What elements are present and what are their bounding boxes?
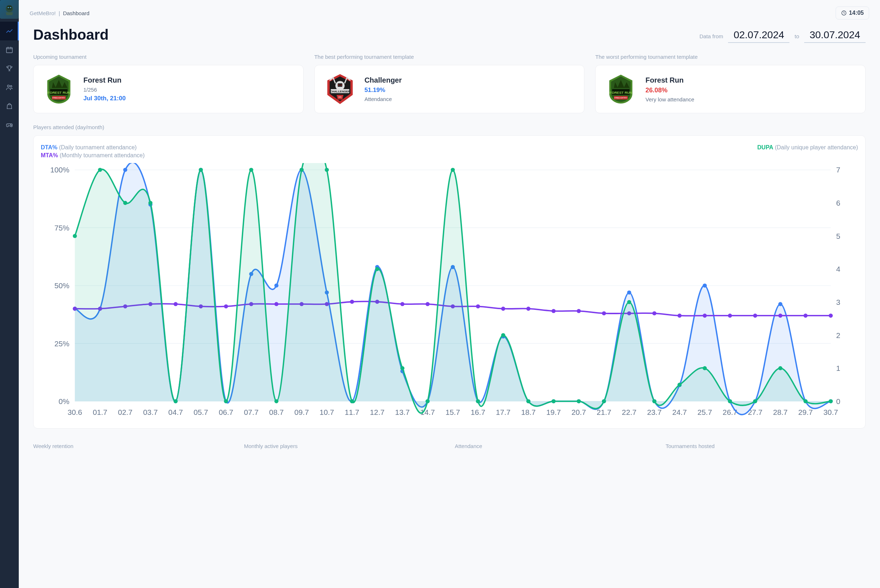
legend-dupa-desc: (Daily unique player attendance) — [775, 144, 858, 150]
svg-point-118 — [400, 302, 404, 306]
svg-text:6: 6 — [836, 199, 841, 207]
svg-text:20.7: 20.7 — [571, 408, 586, 416]
svg-text:25%: 25% — [54, 339, 70, 348]
calendar-icon — [5, 46, 14, 54]
svg-text:02.7: 02.7 — [118, 408, 132, 416]
svg-text:FOREST RUN: FOREST RUN — [610, 90, 632, 94]
svg-text:CHALLENGER: CHALLENGER — [330, 90, 350, 93]
topbar: GetMeBro! | Dashboard 14:05 — [19, 0, 880, 23]
svg-text:5: 5 — [836, 232, 841, 240]
svg-text:100%: 100% — [50, 166, 69, 174]
svg-point-124 — [551, 309, 556, 313]
svg-point-153 — [501, 333, 505, 337]
svg-text:24.7: 24.7 — [672, 408, 686, 416]
legend-mta-key: MTA% — [41, 152, 58, 158]
breadcrumb-app[interactable]: GetMeBro! — [30, 10, 56, 16]
svg-text:04.7: 04.7 — [168, 408, 183, 416]
date-to-label: to — [794, 33, 799, 39]
upcoming-title: Forest Run — [83, 76, 126, 84]
app-logo — [0, 0, 19, 19]
svg-text:08.7: 08.7 — [269, 408, 284, 416]
chart-section-label: Players attended (day/month) — [33, 124, 866, 130]
svg-point-152 — [476, 399, 480, 403]
sidebar-item-trophy[interactable] — [0, 59, 19, 78]
svg-point-154 — [526, 399, 530, 403]
worst-percent: 26.08% — [646, 87, 694, 94]
svg-text:21.7: 21.7 — [597, 408, 611, 416]
svg-point-140 — [174, 399, 177, 403]
svg-point-155 — [551, 399, 556, 403]
svg-point-161 — [703, 366, 707, 370]
svg-point-147 — [350, 399, 354, 403]
svg-point-159 — [652, 399, 656, 403]
svg-point-8 — [11, 125, 12, 126]
svg-text:28.7: 28.7 — [773, 408, 788, 416]
date-to-input[interactable] — [804, 29, 866, 43]
svg-text:1: 1 — [836, 364, 841, 372]
svg-text:09.7: 09.7 — [294, 408, 309, 416]
sidebar-item-dashboard[interactable] — [0, 22, 19, 40]
svg-point-130 — [703, 314, 707, 318]
upcoming-card[interactable]: FOREST RUNFREE ENTRY Forest Run 1/256 Ju… — [33, 65, 303, 113]
svg-point-125 — [577, 309, 581, 313]
date-range: Data from to — [700, 29, 866, 43]
svg-text:17.7: 17.7 — [496, 408, 511, 416]
upcoming-time: Jul 30th, 21:00 — [83, 95, 126, 102]
time-badge: 14:05 — [836, 6, 869, 20]
sidebar-item-shop[interactable] — [0, 97, 19, 116]
svg-text:2: 2 — [836, 331, 841, 339]
svg-text:30.7: 30.7 — [823, 408, 838, 416]
svg-text:16.7: 16.7 — [471, 408, 485, 416]
svg-point-135 — [829, 314, 833, 318]
svg-text:07.7: 07.7 — [244, 408, 258, 416]
forest-run-badge-icon: FOREST RUNFREE ENTRY — [604, 72, 638, 106]
svg-point-137 — [98, 168, 102, 172]
svg-point-128 — [652, 311, 656, 315]
best-title: Challenger — [365, 76, 402, 84]
svg-text:30.6: 30.6 — [68, 408, 82, 416]
svg-point-99 — [703, 284, 707, 288]
best-card[interactable]: CHALLENGERMID Challenger 51.19% Attendan… — [314, 65, 585, 113]
svg-point-131 — [728, 314, 732, 318]
svg-text:75%: 75% — [54, 224, 70, 232]
svg-point-126 — [602, 311, 606, 315]
svg-point-76 — [123, 168, 127, 172]
sidebar-item-games[interactable] — [0, 116, 19, 134]
date-from-label: Data from — [700, 33, 723, 39]
svg-point-111 — [224, 304, 228, 308]
svg-point-5 — [8, 85, 10, 87]
svg-point-141 — [199, 168, 203, 172]
svg-text:22.7: 22.7 — [622, 408, 636, 416]
date-from-input[interactable] — [728, 29, 789, 43]
worst-sub: Very low attendance — [646, 96, 694, 102]
legend-mta-desc: (Monthly tournament attendance) — [60, 152, 145, 158]
breadcrumb-current: Dashboard — [63, 10, 89, 16]
svg-point-3 — [10, 7, 11, 8]
gamepad-icon — [5, 121, 14, 129]
best-percent: 51.19% — [365, 87, 402, 94]
svg-point-148 — [375, 267, 379, 271]
shopping-bag-icon — [5, 102, 14, 110]
stat-monthly-active: Monthly active players — [244, 443, 444, 449]
svg-text:03.7: 03.7 — [143, 408, 158, 416]
svg-point-165 — [803, 399, 808, 403]
sidebar-item-calendar[interactable] — [0, 40, 19, 59]
attendance-chart-card: DTA% (Daily tournament attendance) MTA% … — [33, 135, 866, 429]
worst-card[interactable]: FOREST RUNFREE ENTRY Forest Run 26.08% V… — [595, 65, 866, 113]
svg-rect-4 — [6, 48, 13, 53]
svg-text:13.7: 13.7 — [395, 408, 410, 416]
stat-tournaments-hosted: Tournaments hosted — [665, 443, 866, 449]
best-sub: Attendance — [365, 96, 402, 102]
trophy-icon — [5, 64, 14, 72]
breadcrumb-sep: | — [59, 10, 60, 16]
svg-text:18.7: 18.7 — [521, 408, 536, 416]
svg-text:25.7: 25.7 — [697, 408, 712, 416]
svg-point-136 — [73, 234, 77, 238]
challenger-badge-icon: CHALLENGERMID — [323, 72, 357, 106]
forest-run-badge-icon: FOREST RUNFREE ENTRY — [42, 72, 76, 106]
svg-point-7 — [11, 124, 11, 125]
sidebar-item-users[interactable] — [0, 78, 19, 97]
svg-point-82 — [274, 284, 278, 288]
svg-point-109 — [174, 302, 177, 306]
svg-point-163 — [753, 399, 757, 403]
